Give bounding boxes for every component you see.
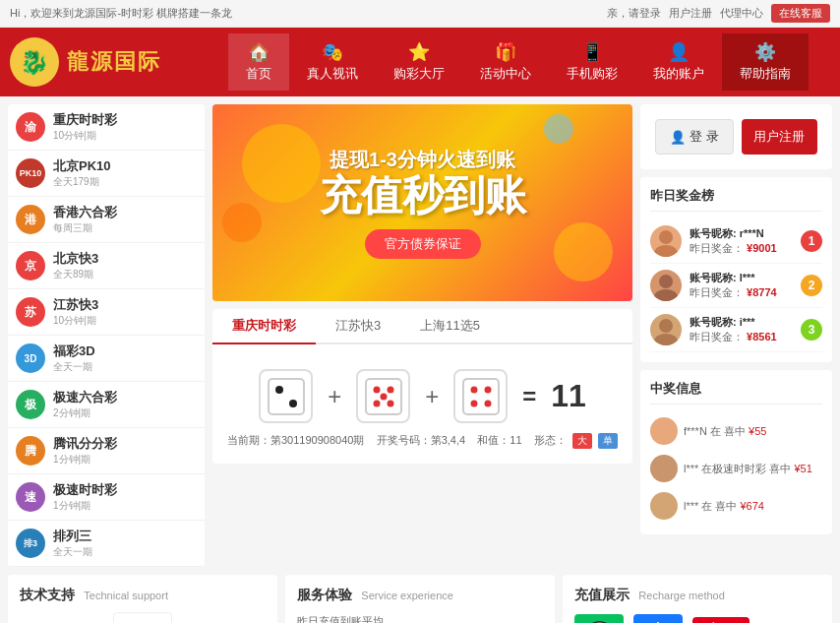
tech-support-title: 技术支持 (20, 587, 75, 602)
tech-support-header: 技术支持 Technical support (20, 587, 266, 604)
sidebar-item-fc3d[interactable]: 3D 福彩3D 全天一期 (8, 336, 205, 382)
nav-activity-label: 活动中心 (480, 65, 531, 83)
wechat-pay-icon: 💬 (574, 614, 624, 623)
svg-point-5 (387, 386, 393, 393)
register-button[interactable]: 用户注册 (742, 119, 818, 155)
badge-big: 大 (572, 433, 592, 449)
login-label: 登 录 (690, 128, 719, 146)
nav-account-label: 我的账户 (653, 65, 704, 83)
nav-account[interactable]: 👤 我的账户 (635, 33, 722, 91)
nav-activity[interactable]: 🎁 活动中心 (462, 33, 549, 91)
dice-equals: = (522, 383, 536, 410)
game-tab-jsk3[interactable]: 江苏快3 (316, 309, 400, 344)
game-tabs: 重庆时时彩 江苏快3 上海11选5 (212, 309, 632, 344)
hklhc-info: 香港六合彩 每周三期 (53, 204, 197, 235)
jackpot-name-1: 账号昵称: r***N (690, 226, 801, 241)
recharge-icons: 💬 支 UnionPay 银联 (574, 614, 820, 623)
jslhc-name: 极速六合彩 (53, 389, 197, 406)
win-name-2: l*** 在极速时时彩 (684, 463, 766, 474)
sidebar-item-cqssc[interactable]: 渝 重庆时时彩 10分钟|期 (8, 104, 205, 151)
dice-2 (356, 369, 410, 423)
win-info-panel: 中奖信息 f***N 在 喜中 ¥55 l*** 在极速时时彩 喜中 ¥51 (640, 370, 832, 534)
jackpot-meta-2: 昨日奖金： (690, 286, 744, 298)
login-box: 👤 登 录 用户注册 (640, 104, 832, 169)
win-name-1: f***N 在 (684, 425, 721, 437)
hklhc-icon: 港 (16, 205, 45, 234)
game-tab-sh11x5[interactable]: 上海11选5 (400, 309, 500, 344)
plz-info: 排列三 全天一期 (53, 528, 197, 559)
sidebar-item-jsk3[interactable]: 苏 江苏快3 10分钟|期 (8, 289, 205, 336)
banner-content: 提现1-3分钟火速到账 充值秒到账 官方债券保证 (320, 147, 526, 258)
bubble-2 (222, 203, 262, 242)
svg-point-4 (373, 386, 380, 393)
hklhc-name: 香港六合彩 (53, 204, 197, 221)
banner-button[interactable]: 官方债券保证 (365, 229, 481, 259)
tech-support-section: 技术支持 Technical support Tia 龍源国际-时时彩 棋牌搭建… (8, 575, 277, 623)
jslhc-icon: 极 (16, 390, 45, 419)
period-label: 当前期：第301190908040期 (227, 434, 364, 446)
top-bar-right: 亲，请登录 用户注册 代理中心 在线客服 (607, 4, 830, 23)
svg-rect-0 (269, 379, 304, 414)
nav-lottery[interactable]: ⭐ 购彩大厅 (376, 33, 462, 91)
win-game-1: 喜中 (724, 425, 746, 437)
fc3d-info: 福彩3D 全天一期 (53, 343, 197, 374)
nav-help-label: 帮助指南 (740, 65, 791, 83)
top-login-link[interactable]: 亲，请登录 (607, 6, 661, 21)
sidebar-item-jslhc[interactable]: 极 极速六合彩 2分钟|期 (8, 382, 205, 428)
value-label: 和值：11 (477, 434, 521, 446)
svg-point-1 (275, 386, 283, 394)
account-icon: 👤 (668, 41, 690, 63)
online-service-btn[interactable]: 在线客服 (771, 4, 830, 23)
service-subtitle: Service experience (361, 590, 453, 601)
txffc-meta: 1分钟|期 (53, 453, 197, 467)
live-icon: 🎭 (322, 41, 343, 63)
game-panel: 重庆时时彩 江苏快3 上海11选5 + (212, 309, 632, 464)
jackpot-amount-row-2: 昨日奖金： ¥8774 (690, 285, 801, 300)
jackpot-info-2: 账号昵称: l*** 昨日奖金： ¥8774 (690, 271, 801, 300)
jackpot-item-2: 账号昵称: l*** 昨日奖金： ¥8774 2 (650, 264, 822, 308)
svg-point-12 (470, 400, 477, 406)
txffc-icon: 腾 (16, 436, 45, 466)
sidebar-item-hklhc[interactable]: 港 香港六合彩 每周三期 (8, 197, 205, 243)
service-label-1: 昨日充值到账平均时间 (297, 614, 386, 623)
nav-mobile[interactable]: 📱 手机购彩 (549, 33, 635, 91)
game-tab-cqssc[interactable]: 重庆时时彩 (212, 309, 316, 344)
win-detail-3: l*** 在 喜中 ¥674 (684, 499, 764, 514)
hklhc-meta: 每周三期 (53, 221, 197, 235)
jackpot-item-3: 账号昵称: i*** 昨日奖金： ¥8561 3 (650, 308, 822, 352)
win-info-title: 中奖信息 (650, 380, 822, 405)
jackpot-info-3: 账号昵称: i*** 昨日奖金： ¥8561 (690, 315, 801, 344)
dice-display: + + (227, 369, 618, 423)
recharge-section: 充值展示 Recharge method 💬 支 UnionPay 银联 (563, 575, 832, 623)
nav-lottery-label: 购彩大厅 (393, 65, 445, 83)
sidebar-item-bjpk10[interactable]: PK10 北京PK10 全天179期 (8, 151, 205, 197)
top-agent-link[interactable]: 代理中心 (720, 6, 763, 21)
sidebar-item-plz[interactable]: 排3 排列三 全天一期 (8, 521, 205, 567)
help-icon: ⚙️ (754, 41, 776, 63)
nav-help[interactable]: ⚙️ 帮助指南 (722, 33, 809, 91)
sidebar-item-bjk3[interactable]: 京 北京快3 全天89期 (8, 243, 205, 289)
tech-support-subtitle: Technical support (84, 590, 168, 601)
sidebar-item-txffc[interactable]: 腾 腾讯分分彩 1分钟|期 (8, 428, 205, 474)
login-button[interactable]: 👤 登 录 (655, 119, 734, 155)
svg-rect-9 (463, 379, 499, 414)
banner-title: 充值秒到账 (320, 173, 526, 218)
logo-dragon-icon: 🐉 (20, 48, 49, 76)
jackpot-meta-1: 昨日奖金： (690, 242, 744, 254)
jackpot-name-3: 账号昵称: i*** (690, 315, 801, 330)
cqssc-info: 重庆时时彩 10分钟|期 (53, 111, 197, 143)
cloud-logo: Tia (113, 612, 172, 623)
recharge-header: 充值展示 Recharge method (574, 587, 820, 604)
cqssc-name: 重庆时时彩 (53, 111, 197, 129)
svg-point-2 (289, 400, 297, 407)
win-detail-1: f***N 在 喜中 ¥55 (684, 424, 766, 439)
banner: 提现1-3分钟火速到账 充值秒到账 官方债券保证 (212, 104, 632, 301)
jackpot-amount-1: ¥9001 (747, 242, 777, 254)
main-nav: 🏠 首页 🎭 真人视讯 ⭐ 购彩大厅 🎁 活动中心 📱 手机购彩 👤 我的账户 … (207, 33, 830, 91)
top-register-link[interactable]: 用户注册 (669, 6, 712, 21)
service-title: 服务体验 (297, 587, 352, 602)
nav-live[interactable]: 🎭 真人视讯 (289, 33, 376, 91)
nav-home[interactable]: 🏠 首页 (228, 33, 289, 91)
game-info: 当前期：第301190908040期 开奖号码：第3,4,4 和值：11 形态：… (227, 433, 618, 449)
sidebar-item-jsssc[interactable]: 速 极速时时彩 1分钟|期 (8, 474, 205, 521)
